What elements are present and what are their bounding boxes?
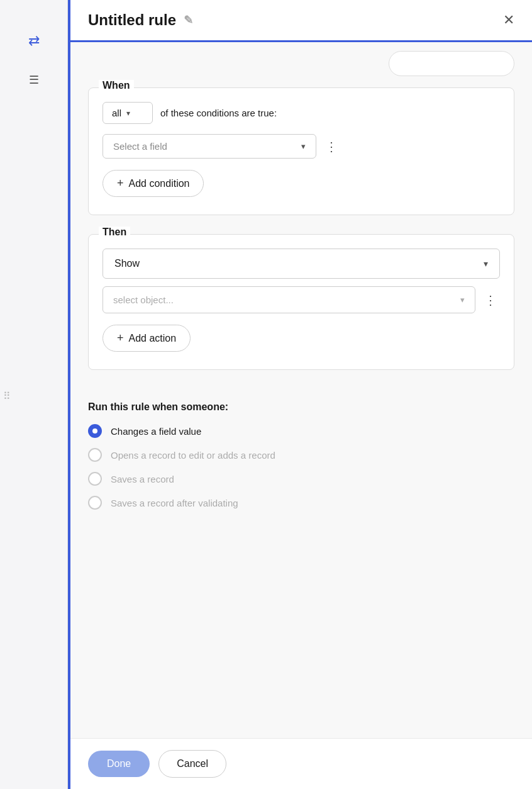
radio-label: Changes a field value xyxy=(111,426,201,437)
all-chevron-icon: ▾ xyxy=(126,109,130,118)
faded-top-button[interactable] xyxy=(389,51,514,76)
object-select-dropdown[interactable]: select object... ▾ xyxy=(103,286,475,313)
top-bar: Untitled rule ✎ ✕ xyxy=(70,0,532,42)
run-title: Run this rule when someone: xyxy=(88,401,514,413)
add-action-button[interactable]: + Add action xyxy=(103,325,191,352)
rules-icon[interactable]: ⇄ xyxy=(28,33,40,49)
field-select-dropdown[interactable]: Select a field ▾ xyxy=(103,134,316,159)
add-condition-plus-icon: + xyxy=(117,177,124,190)
radio-label: Opens a record to edit or adds a record xyxy=(111,450,275,461)
show-chevron-icon: ▾ xyxy=(484,259,488,269)
run-section: Run this rule when someone: Changes a fi… xyxy=(88,389,514,516)
top-faded-area xyxy=(88,42,514,85)
then-label: Then xyxy=(99,227,130,238)
radio-circle xyxy=(88,448,102,462)
radio-group: Changes a field valueOpens a record to e… xyxy=(88,424,514,510)
add-condition-button[interactable]: + Add condition xyxy=(103,170,204,197)
field-row: Select a field ▾ ⋮ xyxy=(103,134,500,159)
close-icon[interactable]: ✕ xyxy=(503,12,514,28)
radio-item[interactable]: Opens a record to edit or adds a record xyxy=(88,448,514,462)
radio-label: Saves a record xyxy=(111,474,174,484)
menu-icon[interactable]: ☰ xyxy=(29,74,39,86)
radio-circle xyxy=(88,424,102,438)
object-row: select object... ▾ ⋮ xyxy=(103,286,500,313)
add-action-plus-icon: + xyxy=(117,332,124,345)
radio-label: Saves a record after validating xyxy=(111,498,238,508)
bottom-bar: Done Cancel xyxy=(70,738,532,789)
add-condition-label: Add condition xyxy=(129,178,190,189)
done-button[interactable]: Done xyxy=(88,751,150,777)
main-panel: Untitled rule ✎ ✕ When all ▾ of these co… xyxy=(70,0,532,789)
all-dropdown[interactable]: all ▾ xyxy=(103,102,153,124)
show-dropdown[interactable]: Show ▾ xyxy=(103,249,500,279)
conditions-header: all ▾ of these conditions are true: xyxy=(103,102,500,124)
all-label: all xyxy=(112,108,121,118)
content-area: When all ▾ of these conditions are true:… xyxy=(70,42,532,738)
title-text: Untitled rule xyxy=(88,11,176,29)
cancel-button[interactable]: Cancel xyxy=(158,750,226,778)
object-more-icon[interactable]: ⋮ xyxy=(482,290,500,310)
object-chevron-icon: ▾ xyxy=(460,295,465,305)
radio-item[interactable]: Saves a record xyxy=(88,472,514,486)
sidebar-dots-icon: ⠿ xyxy=(3,390,11,402)
when-label: When xyxy=(99,80,134,91)
radio-item[interactable]: Changes a field value xyxy=(88,424,514,438)
field-placeholder: Select a field xyxy=(113,141,167,152)
conditions-text: of these conditions are true: xyxy=(160,108,277,118)
when-section: When all ▾ of these conditions are true:… xyxy=(88,87,514,215)
radio-item[interactable]: Saves a record after validating xyxy=(88,496,514,510)
panel-title: Untitled rule ✎ xyxy=(88,11,193,29)
object-placeholder: select object... xyxy=(113,294,174,305)
radio-circle xyxy=(88,496,102,510)
field-chevron-icon: ▾ xyxy=(301,142,306,151)
show-label: Show xyxy=(114,258,140,269)
then-section: Then Show ▾ select object... ▾ ⋮ + Add a… xyxy=(88,234,514,370)
radio-circle xyxy=(88,472,102,486)
edit-icon[interactable]: ✎ xyxy=(184,13,193,27)
add-action-label: Add action xyxy=(129,333,177,344)
field-more-icon[interactable]: ⋮ xyxy=(323,137,341,157)
